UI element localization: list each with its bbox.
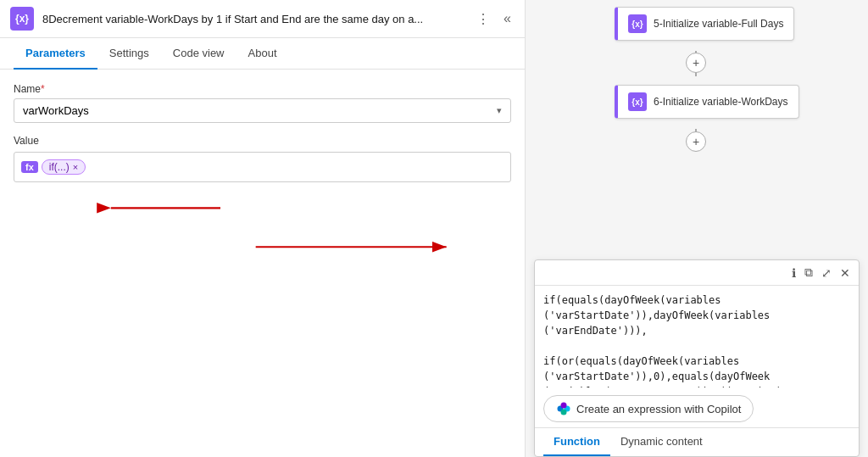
add-step-button-2[interactable]: + [686,131,706,152]
tab-parameters[interactable]: Parameters [14,38,97,70]
right-panel: {x} 5-Initialize variable-Full Days + {x… [526,0,868,457]
panel-header: {x} 8Decrement variable-WorkDays by 1 if… [0,0,525,38]
expression-textarea[interactable]: if(equals(dayOfWeek(variables ('varStart… [535,286,859,387]
workflow-node-1[interactable]: {x} 5-Initialize variable-Full Days [615,7,794,41]
token-chip[interactable]: if(...) × [42,159,86,175]
value-label: Value [14,135,511,147]
copilot-btn-label: Create an expression with Copilot [576,403,741,415]
svg-point-6 [561,403,567,409]
expression-editor: ℹ ⧉ ⤢ ✕ if(equals(dayOfWeek(variables ('… [534,259,860,457]
token-close-button[interactable]: × [73,162,78,172]
workflow-node-2[interactable]: {x} 6-Initialize variable-WorkDays [615,85,799,119]
copy-icon-button[interactable]: ⧉ [803,264,815,281]
copilot-icon [556,401,571,416]
fx-badge: fx [21,161,38,173]
tab-settings[interactable]: Settings [97,38,161,70]
chevron-down-icon: ▾ [497,105,502,116]
info-icon-button[interactable]: ℹ [790,264,798,281]
name-value: varWorkDays [23,104,89,117]
token-label: if(...) [49,161,70,173]
svg-point-7 [561,410,567,415]
expr-tab-dynamic-content[interactable]: Dynamic content [610,428,713,456]
panel-title: 8Decrement variable-WorkDays by 1 if Sta… [42,13,465,25]
left-panel: {x} 8Decrement variable-WorkDays by 1 if… [0,0,526,457]
copilot-button[interactable]: Create an expression with Copilot [543,395,754,422]
name-label: Name* [14,83,511,95]
expression-tabs: Function Dynamic content [535,427,859,456]
add-step-button-1[interactable]: + [686,53,706,73]
node-2-icon: {x} [628,92,647,111]
action-icon: {x} [10,7,34,31]
tab-code-view[interactable]: Code view [161,38,236,70]
expr-toolbar: ℹ ⧉ ⤢ ✕ [535,260,859,286]
value-field[interactable]: fx if(...) × [14,152,511,182]
expr-tab-function[interactable]: Function [543,428,610,456]
node-1-label: 5-Initialize variable-Full Days [654,18,783,30]
node-2-label: 6-Initialize variable-WorkDays [654,96,788,108]
name-select-field[interactable]: varWorkDays ▾ [14,98,511,123]
workflow-area: {x} 5-Initialize variable-Full Days + {x… [526,0,868,457]
form-area: Name* varWorkDays ▾ Value fx if(...) × [0,70,525,457]
more-options-button[interactable]: ⋮ [473,9,493,29]
close-icon-button[interactable]: ✕ [838,264,852,281]
node-1-icon: {x} [628,14,647,33]
expand-icon-button[interactable]: ⤢ [820,264,833,281]
header-actions: ⋮ « [473,9,515,29]
collapse-button[interactable]: « [500,9,515,28]
tab-about[interactable]: About [236,38,289,70]
tabs-row: Parameters Settings Code view About [0,38,525,70]
